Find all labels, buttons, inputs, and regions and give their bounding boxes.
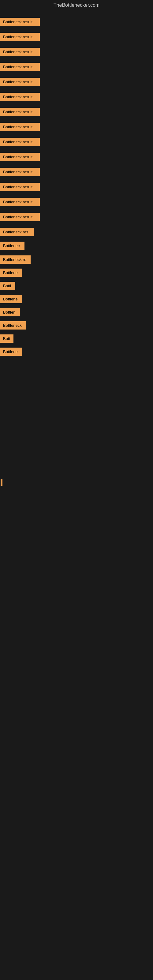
bottleneck-item-19[interactable]: Bottl — [0, 282, 15, 290]
bottleneck-item-16[interactable]: Bottlenec — [0, 242, 24, 250]
bottleneck-item-11[interactable]: Bottleneck result — [0, 168, 40, 176]
bottleneck-item-20[interactable]: Bottlene — [0, 295, 22, 303]
bottleneck-item-15[interactable]: Bottleneck res — [0, 228, 33, 236]
bottleneck-item-8[interactable]: Bottleneck result — [0, 123, 40, 131]
bottleneck-item-9[interactable]: Bottleneck result — [0, 138, 40, 146]
bottleneck-item-24[interactable]: Bottlene — [0, 348, 22, 356]
bottleneck-item-7[interactable]: Bottleneck result — [0, 108, 40, 116]
bottleneck-item-14[interactable]: Bottleneck result — [0, 213, 40, 221]
bottleneck-item-4[interactable]: Bottleneck result — [0, 63, 40, 71]
site-header: TheBottlenecker.com — [0, 0, 153, 12]
site-title: TheBottlenecker.com — [54, 2, 99, 8]
bottleneck-item-22[interactable]: Bottleneck — [0, 321, 26, 329]
bottleneck-item-2[interactable]: Bottleneck result — [0, 33, 40, 41]
bottleneck-item-10[interactable]: Bottleneck result — [0, 153, 40, 161]
bottleneck-item-17[interactable]: Bottleneck re — [0, 255, 30, 264]
bottleneck-item-21[interactable]: Bottlen — [0, 308, 20, 317]
bottleneck-item-18[interactable]: Bottlene — [0, 269, 22, 277]
bottleneck-list: Bottleneck result Bottleneck result Bott… — [0, 12, 153, 670]
bottleneck-item-3[interactable]: Bottleneck result — [0, 48, 40, 56]
bottom-indicator — [1, 479, 2, 486]
bottleneck-item-12[interactable]: Bottleneck result — [0, 183, 40, 191]
bottleneck-item-23[interactable]: Bott — [0, 334, 13, 343]
bottleneck-item-13[interactable]: Bottleneck result — [0, 198, 40, 206]
bottleneck-item-6[interactable]: Bottleneck result — [0, 93, 40, 101]
bottleneck-item-1[interactable]: Bottleneck result — [0, 18, 40, 26]
bottleneck-item-5[interactable]: Bottleneck result — [0, 78, 40, 86]
